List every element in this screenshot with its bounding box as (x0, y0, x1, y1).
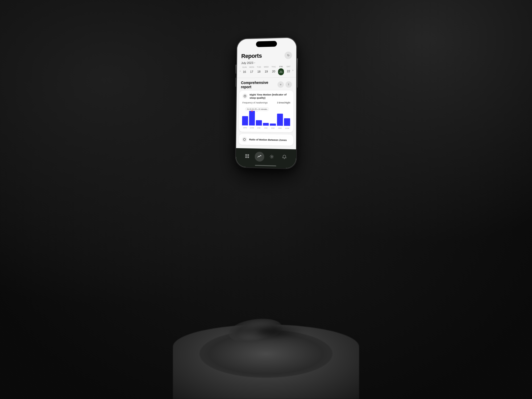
bottom-nav (236, 148, 296, 169)
nav-item-grid[interactable] (243, 151, 252, 161)
bell-icon (282, 155, 286, 160)
nav-item-settings[interactable] (267, 152, 277, 162)
tooltip-dot (251, 110, 253, 111)
svg-rect-4 (245, 156, 247, 158)
svg-rect-2 (246, 154, 247, 156)
day-name-thu: Thu (271, 65, 276, 68)
day-item-sat[interactable]: Sat 22 (285, 65, 292, 75)
days-row: Sun 16 Mon 17 Tue 18 Wed (241, 65, 292, 76)
share-button[interactable]: ⇧ (285, 81, 292, 88)
settings-icon (270, 154, 274, 160)
status-bar (237, 38, 296, 51)
ratio-report-card: Ratio of Motion Between Zones (239, 134, 293, 146)
day-num-mon: 17 (249, 69, 255, 75)
date-chevron: › (254, 61, 255, 64)
refresh-icon: ↻ (287, 53, 289, 57)
bar-group-8am: 8AM (277, 114, 283, 126)
week-calendar: ‹ Sun 16 Mon 17 Tue 18 (237, 64, 296, 77)
bar-group-10pm: 10PM (242, 116, 248, 125)
filter-button[interactable]: ≡ (277, 81, 284, 88)
bar-group-4am: 4AM (263, 123, 269, 126)
phone-shadow (226, 323, 306, 339)
filter-icon: ≡ (280, 83, 281, 86)
day-num-fri: 21 (278, 68, 284, 75)
bar-group-6am: 6AM (270, 123, 276, 126)
day-name-tue: Tue (257, 66, 261, 68)
bar-label-2am: 2AM (257, 127, 260, 129)
page-title: Reports (241, 52, 262, 60)
day-num-thu: 20 (271, 68, 277, 74)
card-header: Night Time Motion (Indicator of sleep qu… (242, 93, 290, 100)
ratio-icon (242, 137, 247, 142)
bar-label-6am: 6AM (271, 127, 275, 129)
day-item-fri[interactable]: Fri 21 (277, 65, 285, 75)
bar-10am (284, 118, 290, 126)
bar-chart: 10PM 12AM 2AM (242, 112, 290, 130)
day-item-wed[interactable]: Wed 19 (263, 66, 270, 76)
bar-label-4am: 4AM (264, 127, 267, 129)
app-header: Reports ↻ (237, 49, 296, 61)
phone-screen: Reports ↻ July 2023 › ‹ Sun (236, 38, 296, 169)
motion-card-title: Night Time Motion (Indicator of sleep qu… (250, 93, 290, 100)
svg-point-0 (244, 95, 246, 97)
day-name-sun: Sun (242, 66, 247, 68)
frequency-value: 3 times/Night (277, 101, 290, 104)
day-item-sun[interactable]: Sun 16 (241, 66, 248, 76)
nav-item-notifications[interactable] (279, 152, 289, 162)
bar-label-10am: 10AM (285, 127, 289, 129)
next-week-button[interactable]: › (292, 68, 294, 73)
day-item-mon[interactable]: Mon 17 (248, 66, 255, 76)
day-item-tue[interactable]: Tue 18 (255, 66, 263, 76)
frequency-row: Frequency of Awakenings 3 times/Night (242, 101, 290, 104)
ratio-header: Ratio of Motion Between Zones (242, 136, 290, 143)
day-name-wed: Wed (264, 66, 269, 68)
svg-rect-5 (247, 156, 249, 158)
bar-2am (256, 120, 262, 125)
bar-group-2am: 2AM (256, 120, 262, 125)
motion-report-card: Night Time Motion (Indicator of sleep qu… (239, 90, 293, 132)
grid-icon (245, 154, 249, 159)
day-num-sun: 16 (242, 69, 247, 75)
bar-group-12am: 12AM (249, 111, 255, 125)
phone-wrapper: Reports ↻ July 2023 › ‹ Sun (235, 37, 297, 169)
ratio-title: Ratio of Motion Between Zones (249, 138, 287, 141)
bar-label-8am: 8AM (278, 127, 281, 129)
bar-label-10pm: 10PM (243, 127, 247, 128)
divider (237, 77, 296, 78)
day-num-tue: 18 (256, 69, 262, 74)
bar-10pm (242, 116, 248, 125)
day-name-fri: Fri (279, 65, 283, 68)
screen-content: Reports ↻ July 2023 › ‹ Sun (236, 49, 296, 149)
section-actions: ≡ ⇧ (277, 81, 292, 88)
day-name-mon: Mon (249, 66, 254, 68)
date-label: July 2023 (241, 61, 253, 65)
section-header: Comprehensive report ≡ ⇧ (237, 78, 296, 90)
day-num-sat: 22 (285, 68, 291, 74)
nav-item-chart[interactable] (255, 152, 264, 161)
bar-12am (249, 111, 255, 125)
bar-6am (270, 123, 276, 126)
bar-group-10am: 10AM (284, 118, 290, 126)
frequency-label: Frequency of Awakenings (242, 101, 268, 104)
bar-label-12am: 12AM (250, 127, 254, 128)
day-num-wed: 19 (263, 69, 269, 74)
svg-rect-3 (247, 154, 249, 156)
dynamic-island (256, 41, 277, 47)
share-icon: ⇧ (288, 83, 290, 86)
day-name-sat: Sat (286, 65, 290, 68)
svg-point-1 (243, 138, 246, 140)
chart-icon (257, 154, 261, 159)
svg-point-6 (271, 156, 272, 157)
refresh-button[interactable]: ↻ (285, 52, 292, 59)
day-item-thu[interactable]: Thu 20 (270, 65, 277, 75)
chart-tooltip: 01:22-01:25 • 13 minutes (245, 107, 269, 111)
section-title: Comprehensive report (241, 80, 278, 89)
motion-icon (242, 93, 248, 99)
bar-8am (277, 114, 283, 126)
phone-frame: Reports ↻ July 2023 › ‹ Sun (235, 37, 297, 169)
home-indicator (255, 165, 276, 166)
bar-4am (263, 123, 269, 126)
